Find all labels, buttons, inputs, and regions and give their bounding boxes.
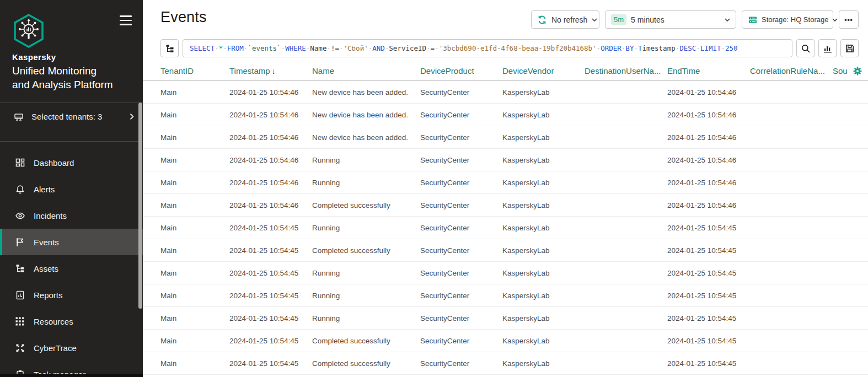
table-cell: SecurityCenter [420, 314, 502, 322]
sidebar-item-label: Alerts [34, 185, 55, 194]
selected-tenants-button[interactable]: Selected tenants: 3 [0, 103, 143, 130]
table-cell: New device has been added. [312, 111, 420, 119]
table-cell: 2024-01-25 10:54:45 [229, 246, 312, 255]
table-cell: SecurityCenter [420, 292, 502, 300]
column-header-name[interactable]: Name [312, 66, 420, 76]
events-table: TenantIDTimestamp↓NameDeviceProductDevic… [143, 62, 868, 375]
table-cell: 2024-01-25 10:54:45 [667, 224, 750, 232]
more-options-button[interactable]: ••• [839, 10, 859, 29]
refresh-dropdown[interactable]: No refresh [531, 10, 599, 29]
column-header-label: EndTime [667, 66, 700, 76]
space-dot: · [721, 44, 726, 52]
table-row[interactable]: Main2024-01-25 10:54:45RunningSecurityCe… [143, 262, 868, 284]
table-row[interactable]: Main2024-01-25 10:54:46Completed success… [143, 194, 868, 217]
table-cell: 2024-01-25 10:54:46 [229, 156, 312, 164]
column-header-label: DeviceProduct [420, 66, 474, 76]
sql-token: ServiceID [389, 44, 426, 52]
sidebar: Kaspersky Unified Monitoring and Analysi… [0, 0, 143, 377]
table-cell: 2024-01-25 10:54:46 [667, 201, 750, 209]
table-row[interactable]: Main2024-01-25 10:54:45RunningSecurityCe… [143, 307, 868, 330]
space-dot: · [215, 44, 219, 52]
table-body: Main2024-01-25 10:54:46New device has be… [143, 81, 868, 375]
table-cell: 2024-01-25 10:54:45 [667, 337, 750, 345]
divider [0, 141, 143, 142]
column-header-tenantid[interactable]: TenantID [160, 66, 229, 76]
refresh-label: No refresh [551, 15, 587, 24]
column-header-devicevendor[interactable]: DeviceVendor [502, 66, 585, 76]
sidebar-item-cybertrace[interactable]: CyberTrace [0, 335, 143, 361]
column-header-deviceproduct[interactable]: DeviceProduct [420, 66, 502, 76]
table-cell: Main [160, 269, 229, 277]
sidebar-item-assets[interactable]: Assets [0, 255, 143, 282]
dashboard-icon [14, 157, 25, 168]
table-cell: SecurityCenter [420, 269, 502, 277]
ellipsis-icon: ••• [844, 16, 853, 24]
sidebar-scrollbar[interactable] [138, 103, 142, 309]
table-row[interactable]: Main2024-01-25 10:54:46New device has be… [143, 81, 868, 104]
sidebar-item-label: Events [34, 238, 59, 247]
column-settings-gear-icon[interactable] [853, 66, 862, 76]
table-row[interactable]: Main2024-01-25 10:54:46RunningSecurityCe… [143, 171, 868, 194]
table-cell: KasperskyLab [502, 246, 585, 255]
table-cell: SecurityCenter [420, 133, 502, 142]
table-row[interactable]: Main2024-01-25 10:54:45Completed success… [143, 352, 868, 375]
table-row[interactable]: Main2024-01-25 10:54:45Completed success… [143, 330, 868, 352]
menu-toggle-button[interactable] [120, 15, 132, 25]
sidebar-item-label: Assets [34, 264, 58, 273]
table-cell: 2024-01-25 10:54:45 [229, 269, 312, 277]
toolbar: No refresh 5m 5 minutes [531, 10, 859, 29]
sidebar-item-dashboard[interactable]: Dashboard [0, 149, 143, 176]
table-row[interactable]: Main2024-01-25 10:54:45RunningSecurityCe… [143, 217, 868, 239]
table-cell: Main [160, 179, 229, 187]
sql-token: 250 [725, 44, 738, 52]
table-cell: 2024-01-25 10:54:45 [667, 269, 750, 277]
table-cell: Running [312, 224, 420, 232]
sql-token: LIMIT [700, 44, 721, 52]
tenants-icon [13, 111, 24, 122]
kaspersky-logo-icon [12, 40, 45, 50]
table-cell: KasperskyLab [502, 269, 585, 277]
sql-query-text: SELECT·*·FROM·`events`·WHERE·Name·!=·'Сб… [190, 44, 738, 52]
sql-token: BY [625, 44, 634, 52]
table-cell: New device has been added. [312, 133, 420, 142]
table-cell: SecurityCenter [420, 88, 502, 96]
save-query-button[interactable] [840, 39, 859, 57]
table-cell: SecurityCenter [420, 359, 502, 368]
table-cell: Main [160, 133, 229, 142]
column-header-label: CorrelationRuleNa... [750, 66, 825, 76]
column-header-endtime[interactable]: EndTime [667, 66, 750, 76]
sidebar-item-events[interactable]: Events [0, 229, 143, 255]
sql-token: 'Сбой' [344, 44, 368, 52]
table-cell: 2024-01-25 10:54:46 [229, 179, 312, 187]
space-dot: · [339, 44, 344, 52]
resources-grid-icon [14, 316, 25, 327]
search-button[interactable] [796, 39, 815, 57]
sql-query-input[interactable]: SELECT·*·FROM·`events`·WHERE·Name·!=·'Сб… [183, 39, 792, 57]
column-header-timestamp[interactable]: Timestamp↓ [229, 66, 312, 76]
sidebar-item-alerts[interactable]: Alerts [0, 176, 143, 202]
table-cell: 2024-01-25 10:54:45 [667, 246, 750, 255]
query-builder-button[interactable] [160, 39, 179, 57]
chart-view-button[interactable] [818, 39, 837, 57]
sidebar-item-resources[interactable]: Resources [0, 308, 143, 335]
column-header-destinationuserna[interactable]: DestinationUserNa... [585, 66, 667, 76]
sql-token: SELECT [190, 44, 215, 52]
sidebar-item-reports[interactable]: Reports [0, 282, 143, 308]
sidebar-item-incidents[interactable]: Incidents [0, 202, 143, 229]
table-row[interactable]: Main2024-01-25 10:54:45Completed success… [143, 239, 868, 262]
column-header-sou[interactable]: Sou [833, 66, 868, 76]
table-cell: SecurityCenter [420, 156, 502, 164]
main-content: Events No refresh 5m 5 [143, 0, 868, 377]
table-row[interactable]: Main2024-01-25 10:54:46New device has be… [143, 104, 868, 126]
table-header-row: TenantIDTimestamp↓NameDeviceProductDevic… [143, 62, 868, 81]
table-cell: 2024-01-25 10:54:46 [667, 111, 750, 119]
time-period-dropdown[interactable]: 5m 5 minutes [605, 10, 736, 29]
table-row[interactable]: Main2024-01-25 10:54:45RunningSecurityCe… [143, 284, 868, 307]
table-cell: 2024-01-25 10:54:45 [667, 292, 750, 300]
table-cell: Completed successfully [312, 246, 420, 255]
table-cell: SecurityCenter [420, 179, 502, 187]
table-row[interactable]: Main2024-01-25 10:54:46RunningSecurityCe… [143, 149, 868, 171]
column-header-correlationrulena[interactable]: CorrelationRuleNa... [750, 66, 833, 76]
table-row[interactable]: Main2024-01-25 10:54:46New device has be… [143, 126, 868, 149]
storage-dropdown[interactable]: Storage: HQ Storage [742, 10, 833, 29]
